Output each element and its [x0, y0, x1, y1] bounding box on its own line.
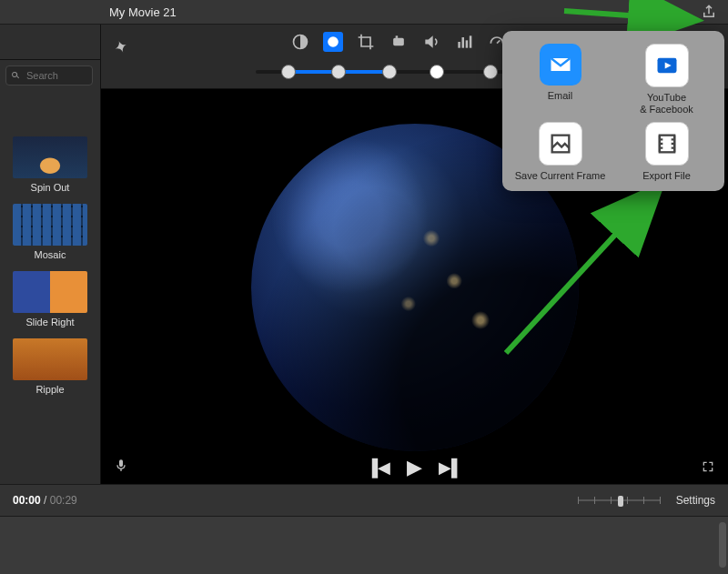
- magic-wand-icon[interactable]: ✦: [111, 35, 131, 59]
- svg-point-2: [331, 37, 334, 40]
- stabilize-icon[interactable]: [389, 32, 409, 52]
- share-button[interactable]: [701, 4, 717, 20]
- svg-rect-8: [461, 37, 464, 48]
- svg-rect-9: [465, 40, 468, 47]
- transition-item[interactable]: Mosaic: [0, 204, 100, 260]
- next-frame-button[interactable]: ▶▌: [439, 458, 463, 478]
- voiceover-button[interactable]: [114, 457, 128, 479]
- svg-rect-5: [393, 38, 404, 45]
- share-popover: EmailYouTube & FacebookSave Current Fram…: [502, 31, 724, 191]
- timeline[interactable]: [0, 517, 728, 574]
- transition-item[interactable]: Slide Right: [0, 271, 100, 327]
- equalizer-icon[interactable]: [454, 32, 474, 52]
- transition-thumb: [13, 204, 87, 246]
- transition-item[interactable]: Ripple: [0, 338, 100, 395]
- svg-rect-7: [458, 42, 460, 48]
- fullscreen-button[interactable]: [701, 459, 715, 477]
- transition-thumb: [13, 338, 87, 380]
- transition-thumb: [13, 271, 87, 313]
- transition-label: Ripple: [0, 384, 100, 395]
- share-item-label: Email: [508, 90, 612, 102]
- share-youtube-facebook[interactable]: YouTube & Facebook: [614, 44, 719, 115]
- transition-label: Slide Right: [0, 317, 100, 327]
- play-button[interactable]: ▶: [407, 456, 422, 479]
- color-balance-icon[interactable]: [323, 32, 343, 52]
- prev-frame-button[interactable]: ▐◀: [366, 458, 390, 478]
- share-item-label: YouTube & Facebook: [614, 92, 719, 115]
- crop-icon[interactable]: [356, 32, 376, 52]
- svg-rect-6: [395, 35, 398, 38]
- project-title: My Movie 21: [109, 5, 177, 19]
- zoom-slider[interactable]: [578, 492, 660, 509]
- svg-rect-15: [551, 136, 569, 153]
- transition-thumb: [13, 136, 87, 178]
- timeline-header: 00:00 / 00:29 Settings: [0, 484, 728, 517]
- time-current: 00:00: [13, 494, 41, 507]
- transition-label: Spin Out: [0, 182, 100, 193]
- transition-label: Mosaic: [0, 249, 100, 260]
- svg-point-4: [334, 42, 337, 45]
- settings-button[interactable]: Settings: [676, 494, 715, 507]
- share-item-label: Export File: [614, 170, 719, 182]
- transitions-list: Spin OutMosaicSlide RightRipple: [0, 91, 100, 406]
- volume-icon[interactable]: [421, 32, 441, 52]
- sidebar: Spin OutMosaicSlide RightRipple: [0, 25, 101, 484]
- timeline-scrollbar[interactable]: [719, 522, 726, 568]
- svg-rect-10: [469, 35, 471, 47]
- titlebar: My Movie 21: [0, 0, 728, 25]
- share-export-file[interactable]: Export File: [614, 122, 719, 182]
- search-icon: [10, 70, 21, 81]
- share-item-label: Save Current Frame: [508, 170, 612, 182]
- svg-point-3: [329, 42, 331, 45]
- time-sep: /: [41, 494, 50, 507]
- share-email[interactable]: Email: [508, 44, 612, 115]
- time-duration: 00:29: [50, 494, 77, 507]
- playback-controls: ▐◀ ▶ ▶▌: [101, 451, 728, 484]
- auto-enhance-icon[interactable]: [290, 32, 310, 52]
- search-box[interactable]: [5, 65, 95, 86]
- transition-item[interactable]: Spin Out: [0, 136, 100, 193]
- share-save-frame[interactable]: Save Current Frame: [508, 122, 612, 182]
